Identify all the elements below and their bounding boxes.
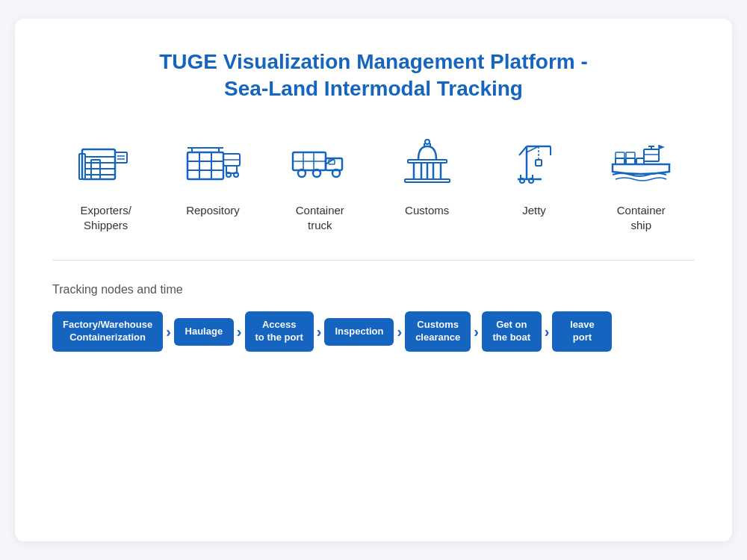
svg-rect-11 [187, 152, 223, 179]
container-truck-label: Containertruck [296, 203, 344, 234]
flow-node-factory[interactable]: Factory/WarehouseContainerization [52, 311, 163, 352]
svg-line-47 [519, 146, 527, 155]
svg-rect-56 [644, 149, 659, 161]
main-card: TUGE Visualization Management Platform -… [15, 19, 732, 541]
arrow-4: › [397, 323, 402, 340]
icon-customs: Customs [375, 133, 480, 218]
flow-node-get-on-boat[interactable]: Get onthe boat [482, 311, 542, 352]
arrow-2: › [237, 323, 242, 340]
tracking-flow: Factory/WarehouseContainerization › Haul… [52, 311, 695, 352]
repository-label: Repository [186, 203, 240, 218]
arrow-5: › [474, 323, 479, 340]
icon-jetty: Jetty [482, 133, 586, 218]
svg-rect-8 [115, 152, 127, 163]
icons-row: Exporters/Shippers Repository [52, 133, 695, 234]
svg-rect-50 [536, 160, 542, 166]
flow-node-access-port[interactable]: Accessto the port [245, 311, 314, 352]
jetty-icon [504, 133, 564, 193]
svg-point-55 [529, 178, 533, 183]
arrow-3: › [317, 323, 322, 340]
flow-node-customs-clearance[interactable]: Customsclearance [405, 311, 471, 352]
flow-node-haulage[interactable]: Haulage [174, 318, 234, 346]
exporters-label: Exporters/Shippers [80, 203, 131, 234]
svg-rect-66 [626, 152, 635, 158]
customs-icon [397, 133, 457, 193]
container-ship-icon [611, 133, 671, 193]
svg-point-19 [234, 172, 238, 177]
flow-node-inspection[interactable]: Inspection [324, 318, 394, 346]
customs-label: Customs [405, 203, 449, 218]
arrow-6: › [545, 323, 550, 340]
icon-repository: Repository [161, 133, 265, 218]
svg-rect-37 [408, 160, 447, 163]
svg-marker-61 [659, 145, 665, 149]
arrow-1: › [166, 323, 171, 340]
svg-point-18 [226, 172, 231, 177]
svg-point-54 [520, 178, 524, 183]
icon-container-ship: Containership [589, 133, 693, 234]
svg-rect-43 [405, 179, 450, 182]
container-truck-icon [290, 133, 350, 193]
icon-container-truck: Containertruck [267, 133, 372, 234]
icon-exporters: Exporters/Shippers [54, 133, 158, 234]
tracking-section-title: Tracking nodes and time [52, 283, 695, 296]
page-title: TUGE Visualization Management Platform -… [52, 49, 695, 103]
svg-point-36 [425, 140, 430, 144]
section-divider [52, 260, 695, 261]
exporters-icon [76, 133, 136, 193]
jetty-label: Jetty [522, 203, 546, 218]
container-ship-label: Containership [617, 203, 666, 234]
svg-rect-65 [616, 152, 624, 158]
flow-node-leave-port[interactable]: leaveport [552, 311, 612, 352]
repository-icon [183, 133, 243, 193]
